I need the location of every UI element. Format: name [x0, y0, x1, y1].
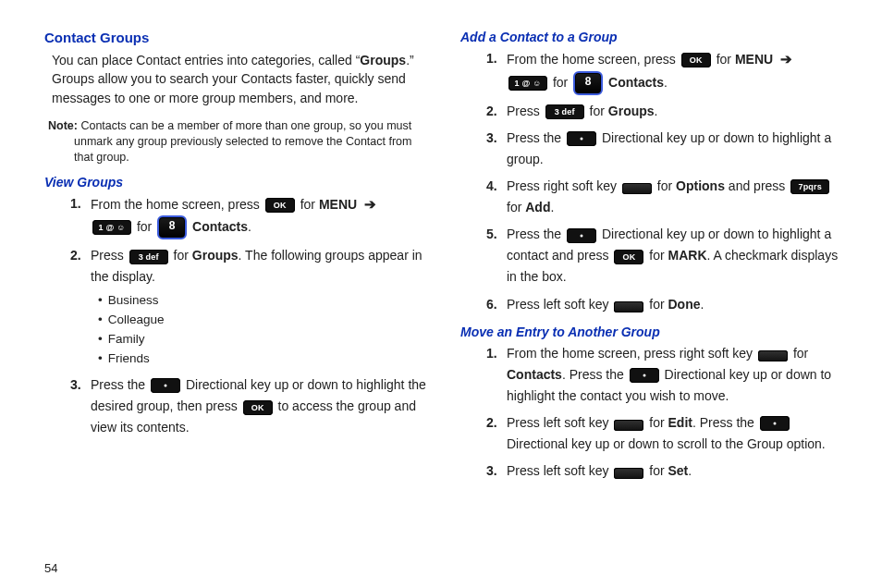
contacts-app-icon: 8: [157, 215, 187, 239]
contacts-app-icon: 8: [573, 71, 603, 95]
step-2: Press 3 def for Groups. The following gr…: [70, 245, 427, 369]
key-7-icon: 7pqrs: [790, 179, 829, 194]
nav-key-icon: [151, 378, 180, 393]
a1-dot: .: [664, 74, 668, 89]
step-3: Press left soft key for Set.: [486, 460, 843, 482]
arrow-icon: ➔: [364, 196, 376, 212]
a1-text-a: From the home screen, press: [507, 52, 680, 67]
a5-mark: MARK: [668, 248, 707, 263]
m1-contacts: Contacts: [507, 367, 562, 382]
ok-key-icon: OK: [243, 400, 273, 415]
m3-text-a: Press left soft key: [507, 463, 612, 478]
key-3-icon: 3 def: [129, 250, 168, 264]
step2-text-b: for: [174, 248, 192, 263]
nav-key-icon: [630, 368, 659, 383]
ok-key-icon: OK: [265, 198, 295, 213]
heading-contact-groups: Contact Groups: [44, 30, 427, 45]
step1-dot: .: [248, 219, 251, 234]
list-item: Colleague: [98, 311, 427, 330]
left-column: Contact Groups You can place Contact ent…: [44, 28, 444, 571]
view-groups-steps: From the home screen, press OK for MENU …: [44, 193, 427, 439]
m3-text-b: for: [649, 463, 668, 478]
step-1: From the home screen, press right soft k…: [486, 343, 843, 407]
left-softkey-icon: [614, 420, 643, 431]
m3-set: Set: [668, 463, 689, 478]
a1-text-c: for: [553, 74, 571, 89]
a5-text-c: for: [649, 248, 668, 263]
list-item: Business: [98, 291, 427, 311]
heading-view-groups: View Groups: [44, 175, 427, 190]
a2-dot: .: [655, 104, 658, 118]
step-3: Press the Directional key up or down to …: [70, 374, 427, 438]
key-1-icon: 1 @ ☺: [508, 76, 547, 91]
m1-text-c: . Press the: [562, 367, 628, 382]
step-6: Press left soft key for Done.: [486, 294, 843, 315]
note-label: Note:: [48, 119, 78, 132]
list-item: Friends: [98, 349, 427, 369]
step3-text-a: Press the: [91, 377, 149, 392]
step1-text-a: From the home screen, press: [91, 197, 263, 212]
m1-text-a: From the home screen, press right soft k…: [507, 346, 756, 361]
step-5: Press the Directional key up or down to …: [486, 224, 843, 288]
m3-dot: .: [688, 463, 692, 478]
note-block: Note: Contacts can be a member of more t…: [44, 118, 427, 165]
step1-contacts: Contacts: [192, 219, 248, 234]
m1-text-b: for: [793, 346, 808, 361]
step2-groups: Groups: [192, 248, 239, 263]
key-1-icon: 1 @ ☺: [92, 220, 131, 235]
m2-text-d: Directional key up or down to scroll to …: [507, 436, 826, 451]
a2-text-b: for: [590, 104, 608, 118]
step1-menu: MENU: [319, 197, 357, 212]
list-item: Family: [98, 330, 427, 349]
a4-text-a: Press right soft key: [507, 178, 620, 193]
key-3-icon: 3 def: [545, 104, 584, 119]
a3-text-a: Press the: [507, 130, 565, 145]
a4-options: Options: [676, 178, 725, 193]
right-softkey-icon: [758, 350, 788, 361]
intro-bold: Groups: [360, 53, 406, 67]
page-number: 54: [44, 561, 57, 575]
a2-text-a: Press: [507, 104, 544, 118]
m2-edit: Edit: [668, 415, 692, 430]
a1-text-b: for: [717, 52, 735, 67]
m2-text-a: Press left soft key: [507, 415, 612, 430]
a1-menu: MENU: [735, 52, 773, 67]
left-softkey-icon: [614, 468, 643, 479]
right-column: Add a Contact to a Group From the home s…: [444, 28, 843, 571]
step-4: Press right soft key for Options and pre…: [486, 176, 843, 218]
a6-text-b: for: [649, 297, 668, 312]
a4-text-c: and press: [729, 178, 789, 193]
nav-key-icon: [567, 131, 596, 146]
a4-text-b: for: [657, 178, 676, 193]
step2-text-a: Press: [91, 248, 128, 263]
heading-move-entry: Move an Entry to Another Group: [460, 325, 843, 339]
a2-groups: Groups: [608, 104, 655, 118]
a4-add: Add: [525, 200, 550, 214]
default-groups-list: Business Colleague Family Friends: [91, 291, 427, 369]
m2-text-b: for: [649, 415, 668, 430]
step-1: From the home screen, press OK for MENU …: [70, 193, 427, 240]
intro-paragraph: You can place Contact entries into categ…: [52, 51, 427, 107]
step1-text-b: for: [300, 197, 319, 212]
nav-key-icon: [567, 228, 596, 243]
left-softkey-icon: [614, 301, 643, 312]
arrow-icon: ➔: [780, 51, 792, 67]
a6-dot: .: [701, 297, 704, 312]
add-contact-steps: From the home screen, press OK for MENU …: [460, 48, 843, 315]
intro-text-a: You can place Contact entries into categ…: [52, 53, 360, 67]
ok-key-icon: OK: [614, 250, 643, 264]
step-1: From the home screen, press OK for MENU …: [486, 48, 843, 95]
step-2: Press 3 def for Groups.: [486, 101, 843, 122]
a4-text-d: for: [507, 200, 525, 214]
heading-add-contact: Add a Contact to a Group: [460, 30, 843, 44]
nav-key-icon: [760, 416, 790, 431]
a6-done: Done: [668, 297, 701, 312]
move-entry-steps: From the home screen, press right soft k…: [460, 343, 843, 483]
a5-text-a: Press the: [507, 227, 565, 241]
step-3: Press the Directional key up or down to …: [486, 128, 843, 170]
m2-text-c: . Press the: [692, 415, 758, 430]
ok-key-icon: OK: [681, 53, 711, 67]
step-2: Press left soft key for Edit. Press the …: [486, 412, 843, 455]
a6-text-a: Press left soft key: [507, 297, 612, 312]
a4-dot: .: [550, 200, 554, 214]
